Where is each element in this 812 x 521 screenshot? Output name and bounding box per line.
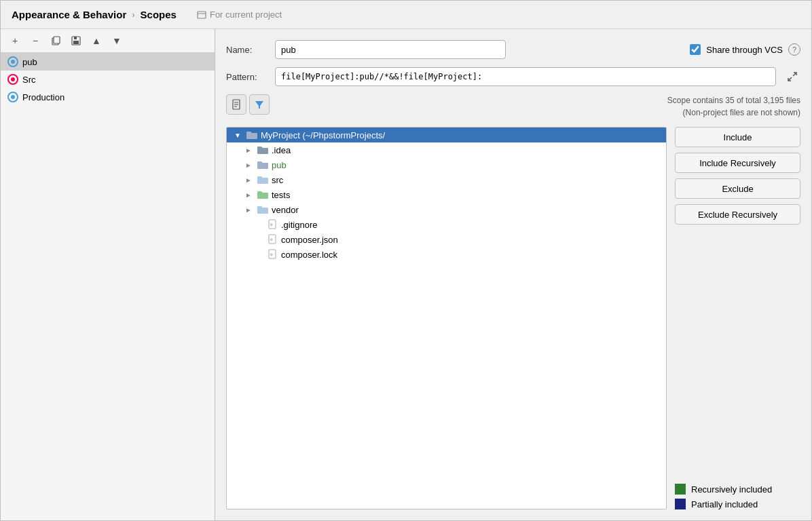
project-icon bbox=[197, 10, 206, 20]
tree-arrow-composer-lock bbox=[254, 249, 265, 260]
sidebar: + − ▲ ▼ bbox=[1, 29, 215, 520]
prod-icon bbox=[7, 92, 18, 102]
filter-buttons bbox=[226, 94, 270, 115]
body: + − ▲ ▼ bbox=[1, 29, 811, 520]
tree-arrow-gitignore bbox=[254, 219, 265, 230]
svg-text:⚙: ⚙ bbox=[270, 237, 273, 242]
sidebar-item-src[interactable]: Src bbox=[1, 71, 215, 88]
file-view-icon bbox=[231, 99, 242, 110]
tree-item-vendor[interactable]: ► vendor bbox=[227, 202, 666, 217]
include-button[interactable]: Include bbox=[675, 127, 800, 147]
save-button[interactable] bbox=[69, 33, 84, 48]
tree-arrow-myproject: ▼ bbox=[232, 130, 243, 140]
tree-arrow-tests: ► bbox=[243, 189, 254, 200]
tree-item-pub[interactable]: ► pub bbox=[227, 157, 666, 172]
tree-label-src: src bbox=[272, 175, 283, 185]
sidebar-toolbar: + − ▲ ▼ bbox=[1, 29, 215, 53]
save-icon bbox=[71, 35, 81, 46]
vcs-checkbox[interactable] bbox=[690, 44, 701, 55]
tree-label-myproject: MyProject (~/PhpstormProjects/ bbox=[261, 130, 385, 140]
exclude-button[interactable]: Exclude bbox=[675, 178, 800, 199]
add-button[interactable]: + bbox=[7, 33, 22, 48]
folder-icon-pub bbox=[257, 160, 269, 170]
expand-icon bbox=[787, 71, 798, 82]
move-up-button[interactable]: ▲ bbox=[89, 33, 104, 48]
svg-text:⚙: ⚙ bbox=[270, 222, 273, 227]
expand-pattern-button[interactable] bbox=[784, 69, 800, 85]
tree-item-tests[interactable]: ► tests bbox=[227, 187, 666, 202]
name-row: Name: Share through VCS ? bbox=[226, 40, 800, 59]
tree-label-composer-lock: composer.lock bbox=[281, 250, 337, 260]
tree-item-gitignore[interactable]: ⚙ .gitignore bbox=[227, 217, 666, 232]
svg-text:⚙: ⚙ bbox=[270, 252, 273, 256]
folder-icon-vendor bbox=[257, 205, 269, 214]
pub-icon bbox=[7, 56, 18, 67]
tree-arrow-idea: ► bbox=[243, 144, 254, 155]
partially-included-label: Partially included bbox=[691, 499, 758, 509]
help-icon[interactable]: ? bbox=[788, 43, 800, 56]
pattern-row: Pattern: bbox=[226, 67, 800, 86]
tree-label-gitignore: .gitignore bbox=[281, 220, 317, 230]
tree-item-idea[interactable]: ► .idea bbox=[227, 142, 666, 157]
action-panel: Include Include Recursively Exclude Excl… bbox=[675, 127, 800, 509]
header-title-sub: Scopes bbox=[141, 9, 177, 20]
remove-button[interactable]: − bbox=[28, 33, 43, 48]
svg-rect-5 bbox=[73, 41, 79, 44]
sidebar-item-pub[interactable]: pub bbox=[1, 53, 215, 71]
svg-marker-13 bbox=[255, 101, 263, 109]
folder-icon-myproject bbox=[246, 130, 258, 140]
scope-list: pub Src Production bbox=[1, 53, 215, 520]
vcs-label: Share through VCS bbox=[706, 45, 783, 55]
header: Appearance & Behavior › Scopes For curre… bbox=[1, 1, 811, 29]
file-icon-gitignore: ⚙ bbox=[267, 219, 278, 230]
tree-item-composer-json[interactable]: ⚙ composer.json bbox=[227, 232, 666, 247]
tree-label-idea: .idea bbox=[272, 145, 291, 155]
tree-item-myproject[interactable]: ▼ MyProject (~/PhpstormProjects/ bbox=[227, 128, 666, 142]
tree-label-tests: tests bbox=[272, 190, 290, 200]
tree-arrow-src: ► bbox=[243, 174, 254, 185]
copy-button[interactable] bbox=[48, 33, 63, 48]
legend: Recursively included Partially included bbox=[675, 484, 800, 509]
vcs-row: Share through VCS ? bbox=[690, 43, 800, 56]
copy-icon bbox=[50, 35, 61, 46]
filter-icon bbox=[254, 99, 265, 110]
pattern-label: Pattern: bbox=[226, 72, 267, 82]
svg-rect-6 bbox=[74, 37, 77, 39]
header-project: For current project bbox=[197, 9, 282, 20]
legend-item-partially: Partially included bbox=[675, 499, 800, 509]
tree-item-composer-lock[interactable]: ⚙ composer.lock bbox=[227, 247, 666, 262]
src-icon bbox=[7, 74, 18, 85]
exclude-recursively-button[interactable]: Exclude Recursively bbox=[675, 204, 800, 225]
header-title-main: Appearance & Behavior bbox=[12, 9, 126, 20]
file-view-button[interactable] bbox=[226, 94, 246, 115]
sidebar-item-src-label: Src bbox=[22, 75, 36, 85]
file-icon-composer-json: ⚙ bbox=[267, 234, 278, 245]
tree-label-pub: pub bbox=[272, 160, 287, 170]
name-label: Name: bbox=[226, 45, 267, 55]
svg-rect-0 bbox=[198, 12, 206, 18]
folder-icon-src bbox=[257, 175, 269, 185]
tree-arrow-composer-json bbox=[254, 234, 265, 245]
scope-info-line2: (Non-project files are not shown) bbox=[278, 107, 800, 119]
partially-included-color bbox=[675, 499, 686, 509]
tree-label-vendor: vendor bbox=[272, 205, 299, 215]
panels: ▼ MyProject (~/PhpstormProjects/ ► .idea bbox=[226, 127, 800, 509]
name-input[interactable] bbox=[275, 40, 506, 59]
legend-item-recursively: Recursively included bbox=[675, 484, 800, 495]
svg-rect-3 bbox=[54, 37, 60, 43]
tree-arrow-pub: ► bbox=[243, 159, 254, 170]
scope-info-line1: Scope contains 35 of total 3,195 files bbox=[278, 94, 800, 107]
sidebar-item-production[interactable]: Production bbox=[1, 88, 215, 106]
header-chevron: › bbox=[132, 9, 134, 20]
include-recursively-button[interactable]: Include Recursively bbox=[675, 153, 800, 173]
pattern-input[interactable] bbox=[275, 67, 776, 86]
recursively-included-color bbox=[675, 484, 686, 495]
filter-button[interactable] bbox=[249, 94, 270, 115]
main-content: Name: Share through VCS ? Pattern: bbox=[215, 29, 811, 520]
folder-icon-tests bbox=[257, 190, 269, 199]
move-down-button[interactable]: ▼ bbox=[109, 33, 124, 48]
file-icon-composer-lock: ⚙ bbox=[267, 249, 278, 260]
file-tree-panel[interactable]: ▼ MyProject (~/PhpstormProjects/ ► .idea bbox=[226, 127, 667, 509]
tree-item-src[interactable]: ► src bbox=[227, 172, 666, 187]
scope-info: Scope contains 35 of total 3,195 files (… bbox=[278, 94, 800, 119]
